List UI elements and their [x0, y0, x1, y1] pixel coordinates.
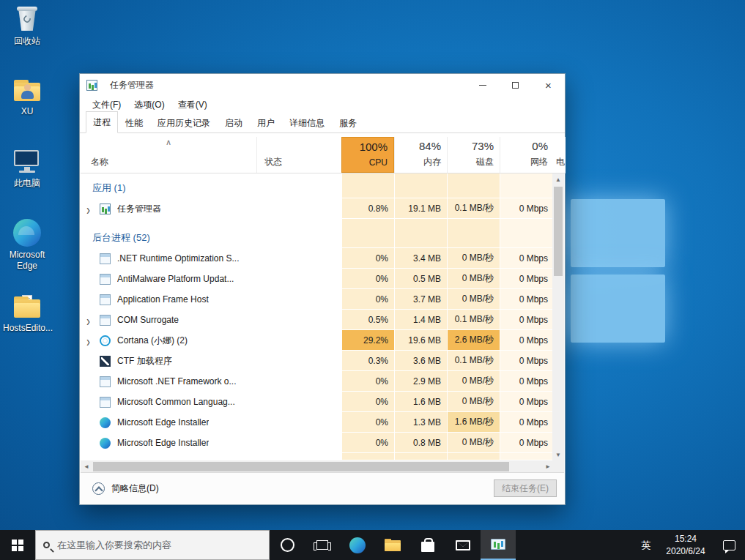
menu-options[interactable]: 选项(O) — [127, 96, 171, 114]
mem-cell — [394, 219, 447, 248]
fewer-details-toggle[interactable]: 简略信息(D) — [111, 482, 159, 495]
net-cell — [500, 173, 554, 198]
window-process-icon — [100, 376, 111, 387]
name-cell: ›Cortana (小娜) (2) — [81, 330, 256, 351]
end-task-button[interactable]: 结束任务(E) — [494, 479, 557, 497]
horizontal-scrollbar[interactable]: ◄ ► — [81, 460, 554, 473]
desktop-icon-this-pc[interactable]: 此电脑 — [3, 146, 51, 189]
disk-cell — [447, 219, 500, 248]
tab-performance[interactable]: 性能 — [118, 113, 150, 133]
minimize-icon — [479, 85, 486, 86]
action-center-button[interactable] — [713, 530, 745, 560]
process-name: .NET Runtime Optimization S... — [117, 253, 240, 264]
task-view-button[interactable] — [305, 530, 340, 560]
cpu-cell — [341, 219, 394, 248]
edge-taskbar-button[interactable] — [340, 530, 375, 560]
column-header-memory[interactable]: 84% 内存 — [394, 137, 447, 173]
tab-app-history[interactable]: 应用历史记录 — [150, 113, 218, 133]
process-name: AntiMalware Platform Updat... — [117, 274, 234, 284]
cortana-button[interactable] — [270, 530, 305, 560]
scroll-down-icon[interactable]: ▼ — [552, 449, 564, 460]
column-header-name[interactable]: ∧ 名称 — [81, 137, 256, 173]
task-manager-app-icon — [86, 80, 97, 91]
microsoft-store-button[interactable] — [410, 530, 445, 560]
desktop-icon-user-folder[interactable]: XU — [3, 75, 51, 117]
task-manager-window: 任务管理器 × 文件(F) 选项(O) 查看(V) 进程 性能 应用历史记录 启… — [79, 73, 566, 505]
disk-cell: 0.1 MB/秒 — [447, 310, 500, 330]
group-row[interactable]: 应用 (1) — [81, 173, 554, 198]
vertical-scrollbar[interactable]: ▲ ▼ — [552, 173, 564, 460]
table-row[interactable]: ›Microsoft Edge Installer0%0.8 MB0 MB/秒0… — [81, 433, 554, 453]
clock[interactable]: 15:24 2020/6/24 — [659, 530, 713, 560]
edge-process-icon — [100, 438, 111, 449]
edge-icon — [10, 218, 44, 247]
column-header-partial[interactable]: 电 — [554, 137, 566, 173]
name-cell: ›CTF 加载程序 — [81, 351, 256, 371]
table-row[interactable]: ›.NET Runtime Optimization S...0%3.4 MB0… — [81, 248, 554, 269]
table-row[interactable]: ›Microsoft .NET Framework o...0%2.9 MB0 … — [81, 371, 554, 392]
group-row[interactable]: 后台进程 (52) — [81, 219, 554, 248]
table-row[interactable]: ›AntiMalware Platform Updat...0%0.5 MB0 … — [81, 269, 554, 289]
table-row[interactable]: ›COM Surrogate0.5%1.4 MB0.1 MB/秒0 Mbps — [81, 310, 554, 330]
mem-cell: 1.3 MB — [394, 412, 447, 433]
table-row[interactable]: ›任务管理器0.8%19.1 MB0.1 MB/秒0 Mbps — [81, 198, 554, 219]
vertical-scroll-thumb[interactable] — [554, 187, 563, 276]
desktop-icon-label: 回收站 — [3, 36, 51, 47]
desktop-icon-recycle-bin[interactable]: 回收站 — [3, 4, 51, 47]
expand-chevron-icon[interactable]: › — [86, 333, 100, 348]
maximize-button[interactable] — [499, 74, 532, 96]
column-header-cpu[interactable]: 100% CPU — [341, 137, 394, 173]
horizontal-scroll-thumb[interactable] — [93, 462, 509, 471]
close-icon: × — [545, 80, 552, 91]
process-name: Cortana (小娜) (2) — [117, 335, 188, 347]
scroll-up-icon[interactable]: ▲ — [552, 173, 564, 185]
scroll-left-icon[interactable]: ◄ — [81, 460, 92, 473]
status-cell — [256, 198, 341, 219]
mail-button[interactable] — [445, 530, 481, 560]
table-row[interactable]: ›Application Frame Host0%3.7 MB0 MB/秒0 M… — [81, 289, 554, 310]
desktop-icon-hosts-editor[interactable]: HostsEdito... — [3, 291, 51, 334]
cortana-process-icon — [100, 335, 111, 346]
table-row[interactable]: ›CTF 加载程序0.3%3.6 MB0.1 MB/秒0 Mbps — [81, 351, 554, 371]
task-manager-taskbar-button[interactable] — [481, 530, 516, 560]
window-process-icon — [100, 315, 111, 326]
disk-cell: 0 MB/秒 — [447, 433, 500, 453]
search-input[interactable] — [57, 540, 262, 550]
titlebar[interactable]: 任务管理器 × — [80, 74, 565, 96]
tab-services[interactable]: 服务 — [332, 113, 364, 133]
taskmgr-process-icon — [100, 204, 111, 214]
language-indicator[interactable]: 英 — [634, 530, 659, 560]
cpu-cell: 29.2% — [341, 330, 394, 351]
edge-icon — [349, 537, 366, 553]
tab-startup[interactable]: 启动 — [218, 113, 250, 133]
desktop-icon-edge[interactable]: Microsoft Edge — [3, 218, 51, 272]
table-row[interactable]: ›Microsoft Edge Installer0%1.3 MB1.6 MB/… — [81, 412, 554, 433]
taskbar: 英 15:24 2020/6/24 — [0, 530, 745, 560]
start-button[interactable] — [0, 530, 35, 560]
column-header-network[interactable]: 0% 网络 — [500, 137, 554, 173]
minimize-button[interactable] — [466, 74, 499, 96]
file-explorer-button[interactable] — [375, 530, 410, 560]
status-cell — [256, 392, 341, 412]
action-center-icon — [723, 540, 735, 550]
expand-chevron-icon[interactable]: › — [86, 201, 100, 216]
name-cell: ›AntiMalware Platform Updat... — [81, 269, 256, 289]
cpu-cell — [341, 453, 394, 460]
tab-processes[interactable]: 进程 — [86, 111, 118, 133]
column-header-disk[interactable]: 73% 磁盘 — [447, 137, 500, 173]
tab-details[interactable]: 详细信息 — [282, 113, 332, 133]
column-header-status[interactable]: 状态 — [256, 137, 341, 173]
collapse-details-icon[interactable] — [92, 482, 105, 495]
name-cell: 应用 (1) — [81, 173, 256, 198]
table-row[interactable]: ›Cortana (小娜) (2)29.2%19.6 MB2.6 MB/秒0 M… — [81, 330, 554, 351]
close-button[interactable]: × — [532, 74, 565, 96]
menu-view[interactable]: 查看(V) — [171, 96, 214, 114]
process-table: 应用 (1)›任务管理器0.8%19.1 MB0.1 MB/秒0 Mbps后台进… — [81, 173, 554, 460]
tab-users[interactable]: 用户 — [250, 113, 282, 133]
taskbar-search[interactable] — [35, 530, 270, 560]
windows-logo-icon — [12, 540, 23, 551]
window-title: 任务管理器 — [110, 79, 154, 92]
table-row[interactable]: ›Microsoft Common Languag...0%1.6 MB0 MB… — [81, 392, 554, 412]
expand-chevron-icon[interactable]: › — [86, 313, 100, 327]
name-cell: ›Microsoft .NET Framework o... — [81, 371, 256, 392]
